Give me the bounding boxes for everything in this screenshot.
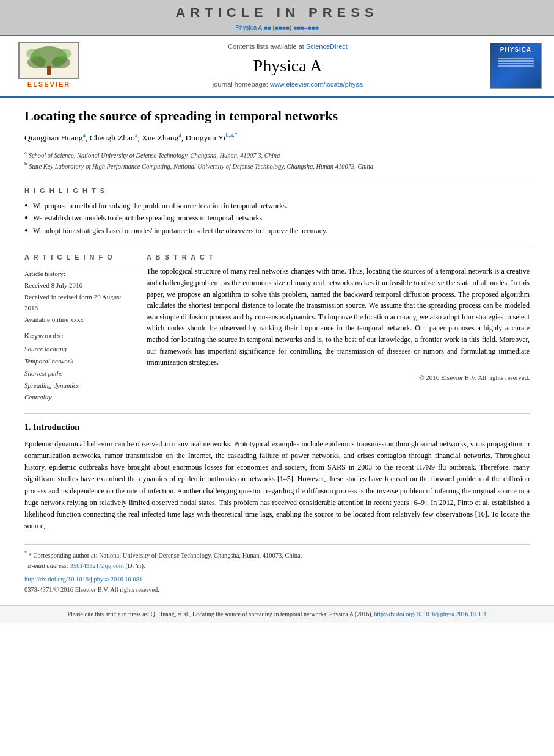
left-column: A R T I C L E I N F O Article history: R… (24, 253, 134, 404)
elsevier-tree-svg (21, 44, 76, 78)
highlights-section: H I G H L I G H T S We propose a method … (24, 180, 530, 236)
copyright-line: © 2016 Elsevier B.V. All rights reserved… (147, 373, 530, 382)
intro-paragraph-1: Epidemic dynamical behavior can be obser… (24, 438, 530, 532)
elsevier-label: ELSEVIER (27, 80, 70, 89)
journal-header: ELSEVIER Contents lists available at Sci… (0, 36, 554, 98)
keywords-header: Keywords: (24, 332, 134, 341)
authors-line: Qiangjuan Huanga, Chengli Zhaoa, Xue Zha… (24, 131, 530, 144)
svg-rect-4 (47, 66, 51, 75)
journal-name: Physica A (86, 54, 490, 78)
svg-point-6 (57, 49, 71, 59)
main-content: Locating the source of spreading in temp… (0, 98, 554, 605)
keywords-list: Source locating Temporal network Shortes… (24, 343, 134, 404)
elsevier-logo: ELSEVIER (12, 42, 86, 89)
two-column-section: A R T I C L E I N F O Article history: R… (24, 245, 530, 404)
corresponding-note: * * Corresponding author at: National Un… (24, 550, 530, 561)
homepage-url[interactable]: www.elsevier.com/locate/physa (270, 81, 363, 88)
abstract-section: A B S T R A C T The topological structur… (147, 253, 530, 404)
sciencedirect-link[interactable]: ScienceDirect (306, 43, 348, 50)
thumbnail-lines (498, 57, 533, 68)
bottom-bar: Please cite this article in press as: Q.… (0, 605, 554, 623)
banner-journal-ref: Physica A ■■ (■■■■) ■■■–■■■ (0, 24, 554, 32)
keyword-item: Temporal network (24, 355, 134, 368)
abstract-text: The topological structure of many real n… (147, 266, 530, 368)
highlights-list: We propose a method for solving the prob… (24, 201, 530, 236)
article-history: Article history: Received 8 July 2016 Re… (24, 268, 134, 325)
keyword-item: Spreading dynamics (24, 380, 134, 392)
affiliation-b: b State Key Laboratory of High Performan… (24, 160, 530, 171)
highlight-item: We establish two models to depict the sp… (24, 213, 530, 224)
thumbnail-title: PHYSICA (500, 46, 531, 54)
article-title: Locating the source of spreading in temp… (24, 107, 530, 125)
highlight-item: We adopt four strategies based on nodes'… (24, 226, 530, 236)
contents-link: Contents lists available at ScienceDirec… (86, 42, 490, 51)
affiliations: a School of Science, National University… (24, 149, 530, 172)
keyword-item: Source locating (24, 343, 134, 355)
highlight-item: We propose a method for solving the prob… (24, 201, 530, 211)
history-label: Article history: (24, 268, 134, 280)
email-line: E-mail address: 350149321@qq.com (D. Yi)… (24, 561, 530, 572)
banner-title: ARTICLE IN PRESS (0, 4, 554, 23)
intro-heading: 1. Introduction (24, 421, 530, 434)
keyword-item: Shortest paths (24, 368, 134, 380)
keyword-item: Centrality (24, 391, 134, 404)
abstract-header: A B S T R A C T (147, 253, 530, 262)
doi-line: http://dx.doi.org/10.1016/j.physa.2016.1… (24, 575, 530, 585)
doi-link[interactable]: http://dx.doi.org/10.1016/j.physa.2016.1… (24, 576, 142, 583)
footnote-area: * * Corresponding author at: National Un… (24, 544, 530, 595)
introduction-section: 1. Introduction Epidemic dynamical behav… (24, 413, 530, 532)
cite-text: Please cite this article in press as: Q.… (67, 611, 373, 617)
email-label: E-mail address: (27, 562, 68, 569)
affiliation-a: a School of Science, National University… (24, 149, 530, 160)
keywords-section: Keywords: Source locating Temporal netwo… (24, 332, 134, 404)
available-online: Available online xxxx (24, 314, 134, 325)
received-date: Received 8 July 2016 (24, 280, 134, 291)
revised-date: Received in revised form 29 August 2016 (24, 291, 134, 314)
homepage-link: journal homepage: www.elsevier.com/locat… (86, 80, 490, 89)
article-in-press-banner: ARTICLE IN PRESS Physica A ■■ (■■■■) ■■■… (0, 0, 554, 36)
svg-point-5 (26, 49, 41, 59)
highlights-header: H I G H L I G H T S (24, 186, 530, 195)
journal-thumbnail: PHYSICA (490, 43, 542, 89)
article-info-section: A R T I C L E I N F O Article history: R… (24, 253, 134, 325)
cite-link[interactable]: http://dx.doi.org/10.1016/j.physa.2016.1… (374, 611, 487, 617)
elsevier-logo-box (18, 42, 79, 79)
journal-center: Contents lists available at ScienceDirec… (86, 42, 490, 90)
email-link[interactable]: 350149321@qq.com (70, 562, 124, 569)
issn-line: 0378-4371/© 2016 Elsevier B.V. All right… (24, 585, 530, 595)
article-info-header: A R T I C L E I N F O (24, 253, 134, 264)
